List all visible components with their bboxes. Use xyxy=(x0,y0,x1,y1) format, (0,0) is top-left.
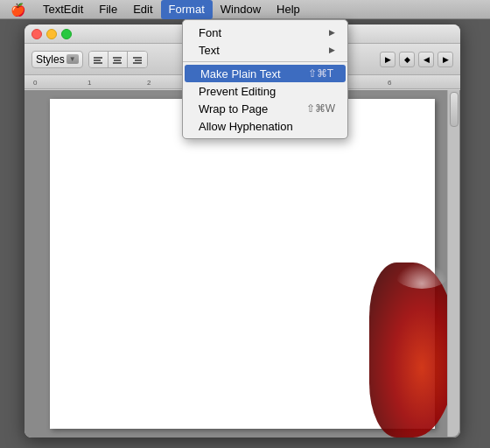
styles-dropdown[interactable]: Styles ▼ xyxy=(32,51,83,68)
menu-item-text[interactable]: Text xyxy=(183,41,347,59)
apple-menu[interactable]: 🍎 xyxy=(0,3,35,17)
ruler-mark-2: 2 xyxy=(147,79,150,87)
document-area xyxy=(24,90,460,438)
menubar-item-format[interactable]: Format xyxy=(161,0,213,19)
menu-item-text-label: Text xyxy=(199,44,220,57)
align-buttons xyxy=(88,51,148,68)
align-left-button[interactable] xyxy=(89,52,108,68)
menu-item-make-plain-text-label: Make Plain Text xyxy=(200,67,281,80)
apple-icon: 🍎 xyxy=(10,3,25,17)
menu-item-allow-hyphenation[interactable]: Allow Hyphenation xyxy=(183,117,347,135)
menu-item-wrap-to-page[interactable]: Wrap to Page ⇧⌘W xyxy=(183,100,347,117)
close-button[interactable] xyxy=(32,29,42,39)
ruler-mark-1: 1 xyxy=(88,79,91,87)
menu-item-make-plain-text[interactable]: Make Plain Text ⇧⌘T xyxy=(185,65,346,82)
maximize-button[interactable] xyxy=(61,29,72,39)
align-right-button[interactable] xyxy=(128,52,147,68)
menu-item-allow-hyphenation-label: Allow Hyphenation xyxy=(199,120,293,133)
traffic-lights xyxy=(32,29,72,39)
scrollbar-thumb[interactable] xyxy=(450,92,458,127)
menubar-item-help[interactable]: Help xyxy=(269,0,308,19)
toolbar-right: ▶ ◆ ◀ ▶ xyxy=(380,52,453,67)
styles-arrow-icon: ▼ xyxy=(66,54,79,64)
menu-item-prevent-editing-label: Prevent Editing xyxy=(199,85,276,98)
menubar-item-file[interactable]: File xyxy=(91,0,125,19)
menubar-item-window[interactable]: Window xyxy=(213,0,269,19)
align-right-icon xyxy=(132,56,143,65)
menubar-item-textedit[interactable]: TextEdit xyxy=(35,0,91,19)
background-decoration xyxy=(369,262,448,438)
menubar-item-edit[interactable]: Edit xyxy=(125,0,160,19)
menu-item-wrap-to-page-shortcut: ⇧⌘W xyxy=(306,102,335,115)
menu-item-font[interactable]: Font xyxy=(183,24,347,41)
ruler-mark-6: 6 xyxy=(388,79,391,87)
toolbar-next-button[interactable]: ▶ xyxy=(438,52,453,67)
menu-item-prevent-editing[interactable]: Prevent Editing xyxy=(183,82,347,100)
format-dropdown-menu: Font Text Make Plain Text ⇧⌘T Prevent Ed… xyxy=(182,19,348,139)
align-left-icon xyxy=(93,56,103,65)
menu-item-font-label: Font xyxy=(199,26,221,39)
styles-label: Styles xyxy=(36,53,65,66)
scrollbar-track[interactable] xyxy=(447,90,459,437)
minimize-button[interactable] xyxy=(46,29,57,39)
align-center-button[interactable] xyxy=(108,52,128,68)
toolbar-diamond-button[interactable]: ◆ xyxy=(399,52,415,67)
ruler-mark-0: 0 xyxy=(33,79,37,87)
menu-item-make-plain-text-shortcut: ⇧⌘T xyxy=(308,67,333,80)
menubar: 🍎 TextEdit File Edit Format Window Help xyxy=(0,0,490,19)
align-center-icon xyxy=(112,56,122,65)
toolbar-play-button[interactable]: ▶ xyxy=(380,52,396,67)
menu-item-wrap-to-page-label: Wrap to Page xyxy=(199,102,268,116)
menu-separator-1 xyxy=(183,61,347,62)
toolbar-prev-button[interactable]: ◀ xyxy=(418,52,434,67)
